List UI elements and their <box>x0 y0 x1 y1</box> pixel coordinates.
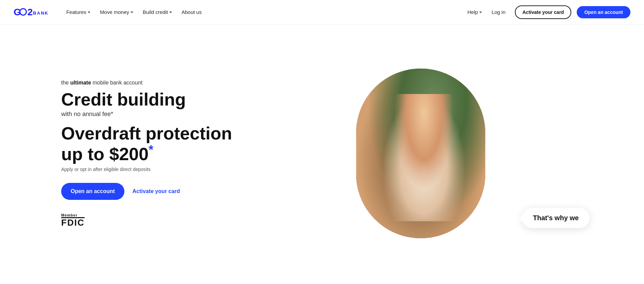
hero-headline-1: Credit building <box>61 90 258 109</box>
fdic-badge: Member FDIC <box>61 213 258 227</box>
hero-left: the ultimate mobile bank account Credit … <box>61 80 258 227</box>
nav-build-credit[interactable]: Build credit <box>139 6 176 18</box>
nav-links: Features Move money Build credit About u… <box>62 6 468 18</box>
nav-features[interactable]: Features <box>62 6 94 18</box>
fdic-member-text: Member <box>61 213 77 217</box>
hero-tagline: the ultimate mobile bank account <box>61 80 258 86</box>
logo-bank-text: BANK <box>33 11 49 16</box>
hero-section: the ultimate mobile bank account Credit … <box>0 24 644 282</box>
help-chevron-icon <box>479 12 482 13</box>
speech-bubble: That's why we <box>522 208 590 228</box>
hero-sub1: with no annual fee* <box>61 111 258 118</box>
open-account-cta-button[interactable]: Open an account <box>61 183 124 200</box>
hero-photo-bg <box>356 69 485 238</box>
hero-headline-2: Overdraft protection up to $200* <box>61 124 258 164</box>
features-chevron-icon <box>88 12 90 13</box>
move-money-chevron-icon <box>130 12 133 13</box>
hero-cta: Open an account Activate your card <box>61 183 258 200</box>
build-credit-chevron-icon <box>169 12 172 13</box>
nav-help[interactable]: Help <box>468 9 482 15</box>
nav-about-us[interactable]: About us <box>177 6 206 18</box>
hero-image <box>356 69 485 238</box>
fdic-text: FDIC <box>61 217 85 227</box>
open-account-button-nav[interactable]: Open an account <box>577 6 630 18</box>
hero-body: Apply or opt in after eligible direct de… <box>61 167 258 172</box>
asterisk: * <box>149 143 153 157</box>
navbar: G2 BANK Features Move money Build credit… <box>0 0 644 24</box>
login-link[interactable]: Log in <box>487 6 509 18</box>
activate-card-button[interactable]: Activate your card <box>515 5 571 19</box>
activate-card-cta-link[interactable]: Activate your card <box>133 188 180 194</box>
nav-move-money[interactable]: Move money <box>96 6 137 18</box>
logo-go2-text: G2 <box>14 7 32 18</box>
hero-right: That's why we <box>258 69 583 238</box>
logo[interactable]: G2 BANK <box>14 7 49 18</box>
nav-right: Help Log in Activate your card Open an a… <box>468 5 630 19</box>
